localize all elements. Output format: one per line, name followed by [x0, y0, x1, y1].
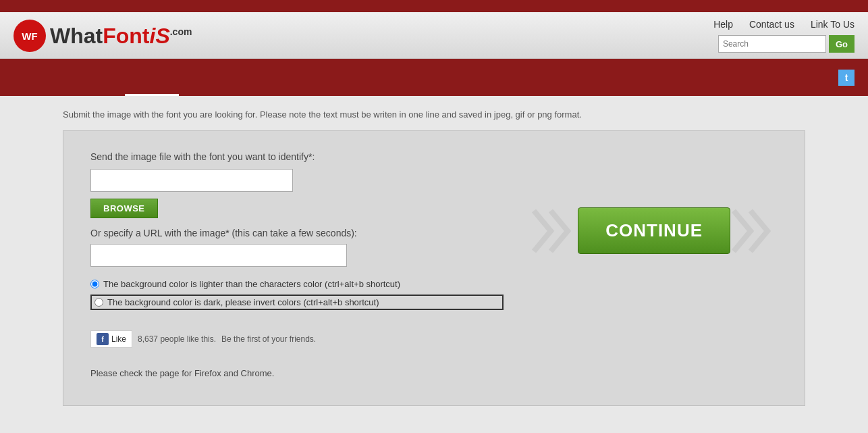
radio-group: The background color is lighter than the… [90, 279, 504, 310]
radio-dark-label: The background color is dark, please inv… [107, 297, 379, 307]
search-button[interactable]: Go [829, 35, 855, 53]
logo-what: What [50, 24, 103, 48]
browse-button[interactable]: BROWSE [90, 199, 158, 218]
fb-section: f Like 8,637 people like this. Be the fi… [90, 330, 778, 348]
footer-note: Please check the page for Firefox and Ch… [90, 368, 778, 378]
radio-dark-bg[interactable] [94, 298, 103, 307]
fb-count-text: 8,637 people like this. [138, 334, 216, 344]
form-container: Send the image file with the font you wa… [63, 130, 805, 406]
logo-is: iS [150, 24, 170, 48]
help-link[interactable]: Help [713, 19, 733, 30]
radio-light-option[interactable]: The background color is lighter than the… [90, 279, 504, 289]
url-label: Or specify a URL with the image* (this c… [90, 228, 504, 238]
file-text-input[interactable] [90, 169, 293, 192]
header: WF WhatFontiS.com Help Contact us Link T… [0, 12, 868, 59]
radio-dark-option[interactable]: The background color is dark, please inv… [90, 295, 504, 310]
logo-font: Font [103, 24, 149, 48]
left-arrows-icon [531, 204, 578, 258]
main-content: Submit the image with the font you are l… [49, 96, 819, 419]
header-nav: Help Contact us Link To Us Go [713, 19, 855, 53]
continue-button[interactable]: CONTINUE [578, 207, 730, 254]
radio-light-bg[interactable] [90, 280, 99, 288]
top-red-bar [0, 0, 868, 12]
fb-like-button[interactable]: f Like [90, 330, 132, 348]
contact-link[interactable]: Contact us [749, 19, 794, 30]
url-input[interactable] [90, 244, 347, 267]
nav-underline [125, 94, 179, 96]
fb-logo-icon: f [97, 333, 109, 345]
link-to-us-link[interactable]: Link To Us [811, 19, 855, 30]
file-label: Send the image file with the font you wa… [90, 151, 504, 162]
logo-com: .com [170, 26, 192, 37]
logo-circle: WF [13, 20, 46, 52]
search-area: Go [718, 35, 855, 53]
fb-friends-text: Be the first of your friends. [221, 334, 316, 344]
search-input[interactable] [718, 35, 826, 53]
twitter-icon[interactable]: t [838, 70, 855, 86]
instruction-text: Submit the image with the font you are l… [63, 109, 805, 120]
logo-area[interactable]: WF WhatFontiS.com [13, 20, 192, 52]
nav-links: Help Contact us Link To Us [713, 19, 855, 30]
red-section: t [0, 59, 868, 96]
right-arrows-icon [730, 204, 778, 258]
like-label: Like [111, 334, 126, 344]
radio-light-label: The background color is lighter than the… [103, 279, 400, 289]
